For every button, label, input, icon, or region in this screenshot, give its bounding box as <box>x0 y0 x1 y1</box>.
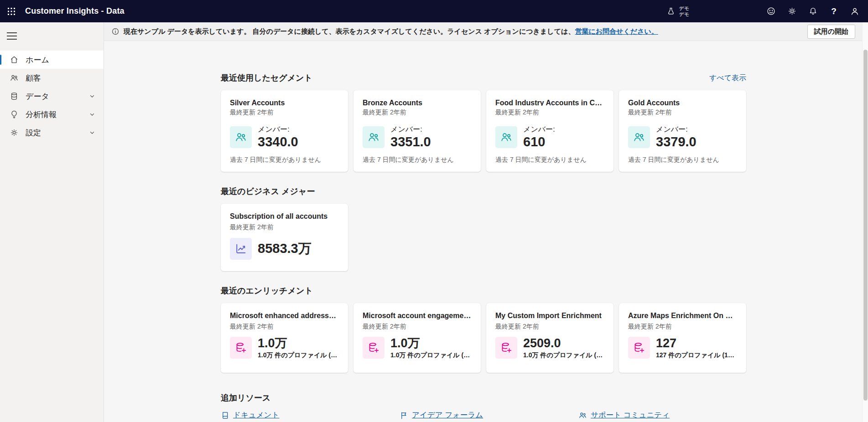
sidebar-item-label: 設定 <box>26 128 41 138</box>
feedback-button[interactable] <box>763 4 779 19</box>
bell-icon <box>808 6 818 16</box>
scrollbar-thumb[interactable] <box>863 50 868 401</box>
sample-data-banner: 現在サンプル データを表示しています。 自分のデータに接続して、表示をカスタマイ… <box>104 22 868 41</box>
enrichment-database-icon <box>230 337 252 359</box>
enrichment-profiles: 1.0万 件のプロファイル (1... <box>258 351 339 360</box>
enrichment-database-icon <box>363 337 385 359</box>
card-title: Bronze Accounts <box>363 99 472 106</box>
customers-icon <box>9 73 19 83</box>
enrichment-card[interactable]: Azure Maps Enrichment On Segment 最終更新 2年… <box>619 303 746 373</box>
card-title: Subscription of all accounts <box>230 212 339 221</box>
enrichment-database-icon <box>628 337 650 359</box>
card-updated: 最終更新 2年前 <box>230 108 339 117</box>
sidebar-item-label: データ <box>26 91 49 102</box>
sidebar-item-customers[interactable]: 顧客 <box>0 69 104 87</box>
chevron-down-icon <box>89 111 95 118</box>
card-updated: 最終更新 2年前 <box>628 323 737 331</box>
contact-sales-link[interactable]: 営業にお問合せください。 <box>575 27 658 36</box>
ideas-forum-link[interactable]: アイデア フォーラム <box>412 410 483 420</box>
additional-resources-section: 追加リソース ドキュメント ガイドとビデオで使い方を確認 <box>221 393 868 422</box>
segment-card[interactable]: Food Industry Accounts in California 最終更… <box>486 90 613 172</box>
banner-message: 現在サンプル データを表示しています。 自分のデータに接続して、表示をカスタマイ… <box>124 27 575 36</box>
smiley-icon <box>766 6 776 16</box>
gear-icon <box>787 6 797 16</box>
notifications-button[interactable] <box>805 4 821 19</box>
section-title: 追加リソース <box>221 393 270 403</box>
app-title: Customer Insights - Data <box>25 6 125 16</box>
sidebar-item-settings[interactable]: 設定 <box>0 124 104 142</box>
app-launcher-icon[interactable] <box>0 0 22 22</box>
card-title: My Custom Import Enrichment <box>495 312 604 320</box>
members-count: 3351.0 <box>390 134 431 149</box>
members-count: 610 <box>523 134 555 149</box>
demo-label: デモ デモ <box>679 5 689 17</box>
resource-ideas: アイデア フォーラム 製品へのアイデアをお寄せください <box>400 410 578 422</box>
card-footer: 過去 7 日間に変更がありません <box>363 149 472 164</box>
sidebar-item-home[interactable]: ホーム <box>0 51 104 69</box>
support-community-icon <box>578 411 587 420</box>
segment-card[interactable]: Gold Accounts 最終更新 2年前 メンバー: <box>619 90 746 172</box>
start-trial-button[interactable]: 試用の開始 <box>807 25 855 39</box>
card-title: Silver Accounts <box>230 99 339 106</box>
enrichment-profiles: 127 件のプロファイル (100... <box>656 351 737 360</box>
members-icon <box>230 126 252 148</box>
enrichment-card[interactable]: Microsoft enhanced addresses enric... 最終… <box>221 303 348 373</box>
main-content: 現在サンプル データを表示しています。 自分のデータに接続して、表示をカスタマイ… <box>104 22 868 422</box>
hamburger-menu-icon[interactable] <box>7 31 20 41</box>
sidebar-nav: ホーム 顧客 <box>0 22 104 422</box>
members-count: 3340.0 <box>258 134 298 149</box>
section-title: 最近のエンリッチメント <box>221 286 313 296</box>
enrichment-profiles: 1.0万 件のプロファイル (2... <box>523 351 604 360</box>
enrichment-value: 1.0万 <box>390 337 472 350</box>
section-title: 最近のビジネス メジャー <box>221 186 315 196</box>
ideas-forum-icon <box>400 411 408 420</box>
demo-environment-badge[interactable]: デモ デモ <box>666 5 689 17</box>
view-all-link[interactable]: すべて表示 <box>709 73 746 83</box>
chevron-down-icon <box>89 129 95 136</box>
measure-value: 8583.3万 <box>258 241 312 256</box>
card-updated: 最終更新 2年前 <box>495 323 604 331</box>
info-icon <box>111 27 120 36</box>
chevron-down-icon <box>89 93 95 99</box>
measure-card[interactable]: Subscription of all accounts 最終更新 2年前 <box>221 204 348 271</box>
enrichment-database-icon <box>495 337 517 359</box>
enrichment-card[interactable]: Microsoft account engagement enri... 最終更… <box>353 303 481 373</box>
card-updated: 最終更新 2年前 <box>495 108 604 117</box>
documentation-link[interactable]: ドキュメント <box>233 410 279 420</box>
card-title: Microsoft enhanced addresses enric... <box>230 312 339 320</box>
sidebar-item-label: 顧客 <box>26 73 41 83</box>
segment-card[interactable]: Bronze Accounts 最終更新 2年前 メンバー: <box>353 90 481 172</box>
card-footer: 過去 7 日間に変更がありません <box>495 149 604 164</box>
card-updated: 最終更新 2年前 <box>363 108 472 117</box>
recent-measures-section: 最近のビジネス メジャー Subscription of all account… <box>221 186 868 271</box>
card-updated: 最終更新 2年前 <box>363 323 472 331</box>
sidebar-item-insights[interactable]: 分析情報 <box>0 105 104 124</box>
recent-segments-section: 最近使用したセグメント すべて表示 Silver Accounts 最終更新 2… <box>221 73 868 172</box>
sidebar-item-label: ホーム <box>26 55 49 65</box>
sidebar-item-data[interactable]: データ <box>0 87 104 105</box>
question-mark-icon: ? <box>831 6 837 16</box>
segment-card[interactable]: Silver Accounts 最終更新 2年前 メンバー: <box>221 90 348 172</box>
lightbulb-icon <box>9 109 19 119</box>
settings-button[interactable] <box>784 4 800 19</box>
waffle-icon <box>7 7 16 15</box>
card-updated: 最終更新 2年前 <box>230 323 339 331</box>
resource-docs: ドキュメント ガイドとビデオで使い方を確認 <box>221 410 400 422</box>
enrichment-profiles: 1.0万 件のプロファイル (9... <box>390 351 472 360</box>
enrichment-value: 127 <box>656 337 737 350</box>
sidebar-item-label: 分析情報 <box>26 109 57 120</box>
card-updated: 最終更新 2年前 <box>628 108 737 117</box>
help-button[interactable]: ? <box>826 4 842 19</box>
enrichment-card[interactable]: My Custom Import Enrichment 最終更新 2年前 <box>486 303 613 373</box>
card-updated: 最終更新 2年前 <box>230 223 339 232</box>
database-icon <box>9 91 19 101</box>
enrichment-value: 1.0万 <box>258 337 339 350</box>
card-title: Microsoft account engagement enri... <box>363 312 472 320</box>
support-community-link[interactable]: サポート コミュニティ <box>591 410 670 420</box>
enrichment-value: 2509.0 <box>523 337 604 350</box>
vertical-scrollbar[interactable] <box>862 22 868 422</box>
top-app-bar: Customer Insights - Data デモ デモ <box>0 0 868 22</box>
members-label: メンバー: <box>258 125 298 134</box>
account-button[interactable] <box>847 4 863 19</box>
section-title: 最近使用したセグメント <box>221 73 312 83</box>
